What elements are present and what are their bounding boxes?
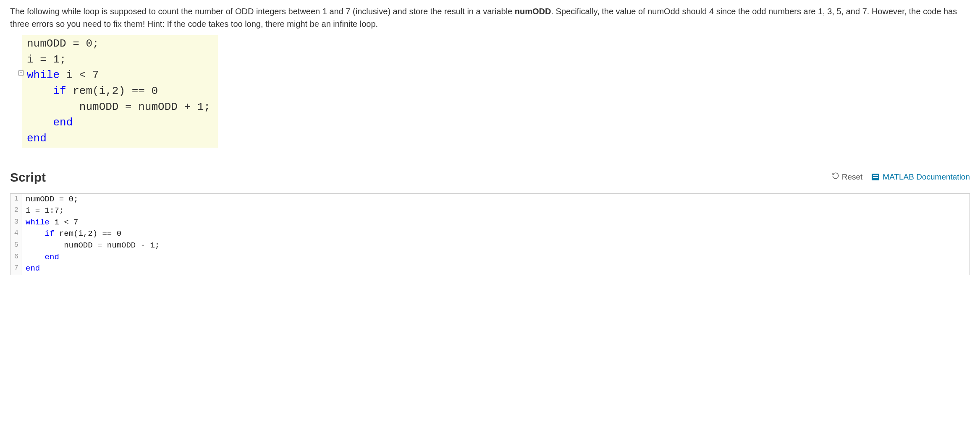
editor-row[interactable]: 6 end: [10, 252, 970, 263]
fold-marker-icon[interactable]: −: [18, 70, 24, 76]
line-number: 4: [10, 228, 21, 240]
code-line[interactable]: numODD = 0;: [21, 194, 78, 206]
question-text: The following while loop is supposed to …: [10, 5, 970, 30]
code-line[interactable]: end: [21, 263, 40, 275]
example-code-line: end: [27, 131, 210, 147]
example-code-line: −while i < 7: [27, 68, 210, 83]
editor-row[interactable]: 7end: [10, 263, 970, 275]
line-number: 2: [10, 205, 21, 217]
code-line[interactable]: while i < 7: [21, 217, 78, 229]
code-line[interactable]: if rem(i,2) == 0: [21, 228, 121, 240]
question-bold-var: numODD: [515, 7, 551, 16]
editor-row[interactable]: 4 if rem(i,2) == 0: [10, 228, 970, 240]
line-number: 3: [10, 217, 21, 229]
code-editor[interactable]: 1numODD = 0;2i = 1:7;3while i < 74 if re…: [10, 193, 970, 275]
question-part1: The following while loop is supposed to …: [10, 7, 515, 16]
code-line[interactable]: numODD = numODD - 1;: [21, 240, 160, 252]
reset-label: Reset: [842, 171, 863, 183]
example-code-line: end: [27, 115, 210, 131]
reset-icon: [832, 171, 839, 183]
matlab-doc-link[interactable]: MATLAB Documentation: [872, 171, 970, 183]
line-number: 1: [10, 194, 21, 206]
editor-row[interactable]: 2i = 1:7;: [10, 205, 970, 217]
header-actions: Reset MATLAB Documentation: [832, 171, 970, 183]
reset-button[interactable]: Reset: [832, 171, 863, 183]
line-number: 7: [10, 263, 21, 275]
script-header: Script Reset MATLAB Documentation: [10, 168, 970, 187]
line-number: 6: [10, 252, 21, 263]
code-line[interactable]: i = 1:7;: [21, 205, 64, 217]
example-code-line: numODD = numODD + 1;: [27, 99, 210, 115]
editor-row[interactable]: 3while i < 7: [10, 217, 970, 229]
example-code-line: if rem(i,2) == 0: [27, 83, 210, 99]
doc-icon: [872, 174, 879, 180]
doc-label: MATLAB Documentation: [883, 171, 970, 183]
editor-row[interactable]: 1numODD = 0;: [10, 194, 970, 206]
example-code-line: numODD = 0;: [27, 36, 210, 52]
editor-row[interactable]: 5 numODD = numODD - 1;: [10, 240, 970, 252]
example-code-line: i = 1;: [27, 52, 210, 68]
code-line[interactable]: end: [21, 252, 59, 263]
script-title: Script: [10, 168, 46, 187]
line-number: 5: [10, 240, 21, 252]
example-code-block: numODD = 0;i = 1;−while i < 7 if rem(i,2…: [22, 35, 970, 148]
